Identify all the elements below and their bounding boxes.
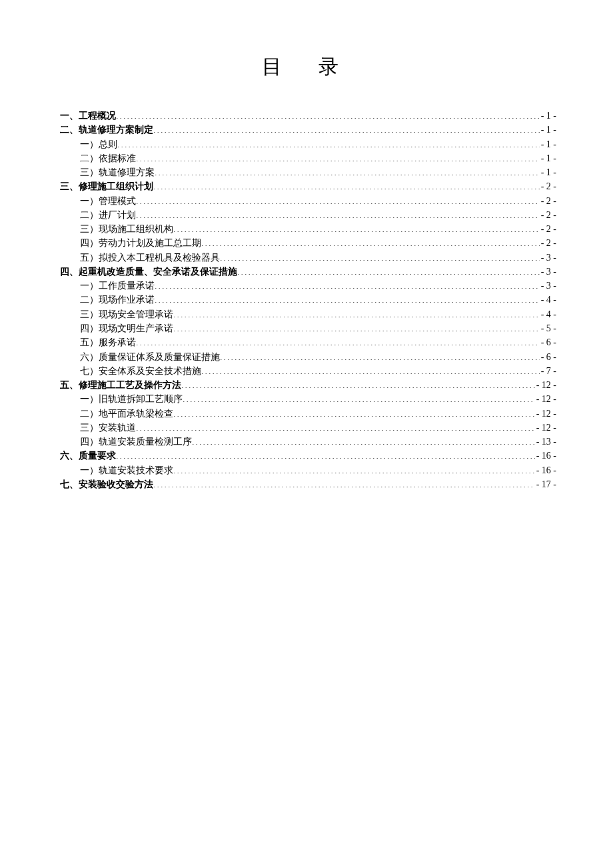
toc-entry-label: 三）轨道修理方案 bbox=[60, 165, 155, 179]
toc-entry-label: 六、质量要求 bbox=[60, 449, 116, 463]
toc-entry-page: - 4 - bbox=[540, 293, 556, 307]
toc-entry-label: 一）旧轨道拆卸工艺顺序 bbox=[60, 392, 183, 406]
toc-entry[interactable]: 五、修理施工工艺及操作方法- 12 - bbox=[60, 378, 556, 392]
toc-entry-page: - 2 - bbox=[540, 208, 556, 222]
toc-entry[interactable]: 三）安装轨道- 12 - bbox=[60, 421, 556, 435]
toc-leader-dots bbox=[117, 138, 540, 147]
toc-entry[interactable]: 四）轨道安装质量检测工序- 13 - bbox=[60, 435, 556, 449]
toc-entry-label: 七）安全体系及安全技术措施 bbox=[60, 364, 201, 378]
toc-entry-page: - 4 - bbox=[540, 307, 556, 321]
toc-entry-label: 六）质量保证体系及质量保证措施 bbox=[60, 350, 220, 364]
toc-entry-label: 五）服务承诺 bbox=[60, 335, 136, 349]
toc-leader-dots bbox=[116, 449, 535, 459]
toc-entry-page: - 17 - bbox=[535, 477, 556, 491]
toc-entry-label: 一）轨道安装技术要求 bbox=[60, 463, 173, 477]
toc-entry-label: 二、轨道修理方案制定 bbox=[60, 123, 153, 137]
toc-entry-page: - 2 - bbox=[540, 222, 556, 236]
toc-entry[interactable]: 一）总则- 1 - bbox=[60, 137, 556, 151]
toc-entry[interactable]: 五）服务承诺- 6 - bbox=[60, 335, 556, 349]
toc-entry-page: - 2 - bbox=[540, 236, 556, 250]
toc-entry-page: - 1 - bbox=[540, 123, 556, 137]
toc-entry-page: - 12 - bbox=[535, 392, 556, 406]
toc-entry[interactable]: 七）安全体系及安全技术措施- 7 - bbox=[60, 364, 556, 378]
toc-entry-page: - 1 - bbox=[540, 165, 556, 179]
toc-leader-dots bbox=[136, 209, 540, 218]
toc-title: 目 录 bbox=[60, 53, 556, 81]
toc-leader-dots bbox=[153, 478, 535, 487]
toc-entry[interactable]: 二）现场作业承诺- 4 - bbox=[60, 293, 556, 307]
toc-entry-page: - 12 - bbox=[535, 407, 556, 421]
toc-entry-label: 二）现场作业承诺 bbox=[60, 293, 155, 307]
toc-leader-dots bbox=[153, 180, 540, 189]
toc-leader-dots bbox=[136, 195, 540, 204]
toc-entry-page: - 12 - bbox=[535, 421, 556, 435]
toc-leader-dots bbox=[136, 152, 540, 161]
toc-entry-label: 二）地平面承轨梁检查 bbox=[60, 407, 173, 421]
toc-entry[interactable]: 二、轨道修理方案制定- 1 - bbox=[60, 123, 556, 137]
toc-entry-page: - 6 - bbox=[540, 350, 556, 364]
toc-entry-label: 二）进厂计划 bbox=[60, 208, 136, 222]
toc-entry-label: 四、起重机改造质量、安全承诺及保证措施 bbox=[60, 265, 237, 279]
toc-entry-page: - 3 - bbox=[540, 251, 556, 265]
toc-entry-page: - 16 - bbox=[535, 449, 556, 463]
toc-entry[interactable]: 三）现场施工组织机构- 2 - bbox=[60, 222, 556, 236]
toc-leader-dots bbox=[220, 351, 540, 360]
toc-entry[interactable]: 一）工作质量承诺- 3 - bbox=[60, 279, 556, 293]
toc-entry-page: - 3 - bbox=[540, 265, 556, 279]
toc-entry-label: 二）依据标准 bbox=[60, 151, 136, 165]
toc-entry-page: - 7 - bbox=[540, 364, 556, 378]
toc-entry[interactable]: 五）拟投入本工程机具及检验器具- 3 - bbox=[60, 251, 556, 265]
toc-entry-page: - 2 - bbox=[540, 179, 556, 193]
toc-leader-dots bbox=[173, 407, 535, 417]
toc-leader-dots bbox=[201, 365, 540, 374]
toc-entry-label: 一）管理模式 bbox=[60, 194, 136, 208]
toc-leader-dots bbox=[183, 393, 535, 402]
toc-leader-dots bbox=[220, 251, 540, 261]
toc-entry[interactable]: 二）进厂计划- 2 - bbox=[60, 208, 556, 222]
toc-entry[interactable]: 二）地平面承轨梁检查- 12 - bbox=[60, 407, 556, 421]
toc-entry-page: - 13 - bbox=[535, 435, 556, 449]
toc-entry[interactable]: 七、安装验收交验方法- 17 - bbox=[60, 477, 556, 491]
toc-leader-dots bbox=[155, 293, 540, 303]
toc-leader-dots bbox=[153, 123, 540, 133]
toc-entry-label: 三）现场安全管理承诺 bbox=[60, 307, 173, 321]
toc-leader-dots bbox=[173, 322, 540, 331]
toc-leader-dots bbox=[136, 421, 535, 431]
toc-leader-dots bbox=[192, 435, 535, 445]
toc-entry-page: - 3 - bbox=[540, 279, 556, 293]
toc-entry-page: - 1 - bbox=[540, 109, 556, 123]
toc-entry-label: 五）拟投入本工程机具及检验器具 bbox=[60, 251, 220, 265]
toc-entry-label: 一、工程概况 bbox=[60, 109, 116, 123]
toc-entry[interactable]: 三、修理施工组织计划- 2 - bbox=[60, 179, 556, 193]
toc-entry[interactable]: 六）质量保证体系及质量保证措施- 6 - bbox=[60, 350, 556, 364]
toc-entry[interactable]: 一）轨道安装技术要求- 16 - bbox=[60, 463, 556, 477]
toc-entry[interactable]: 二）依据标准- 1 - bbox=[60, 151, 556, 165]
toc-leader-dots bbox=[155, 279, 540, 289]
toc-entry-label: 一）工作质量承诺 bbox=[60, 279, 155, 293]
toc-entry[interactable]: 三）现场安全管理承诺- 4 - bbox=[60, 307, 556, 321]
toc-entry[interactable]: 一、工程概况- 1 - bbox=[60, 109, 556, 123]
toc-entry[interactable]: 四）现场文明生产承诺- 5 - bbox=[60, 321, 556, 335]
toc-entry[interactable]: 三）轨道修理方案- 1 - bbox=[60, 165, 556, 179]
toc-entry[interactable]: 一）管理模式- 2 - bbox=[60, 194, 556, 208]
toc-entry-page: - 2 - bbox=[540, 194, 556, 208]
toc-entry-label: 四）现场文明生产承诺 bbox=[60, 321, 173, 335]
toc-leader-dots bbox=[201, 237, 540, 246]
toc-leader-dots bbox=[155, 166, 540, 175]
toc-entry-label: 三）安装轨道 bbox=[60, 421, 136, 435]
toc-entry-label: 四）劳动力计划及施工总工期 bbox=[60, 236, 201, 250]
toc-list: 一、工程概况- 1 -二、轨道修理方案制定- 1 -一）总则- 1 -二）依据标… bbox=[60, 109, 556, 491]
toc-entry-label: 四）轨道安装质量检测工序 bbox=[60, 435, 192, 449]
toc-leader-dots bbox=[237, 265, 540, 275]
toc-entry[interactable]: 六、质量要求- 16 - bbox=[60, 449, 556, 463]
toc-entry-page: - 16 - bbox=[535, 463, 556, 477]
toc-entry-page: - 1 - bbox=[540, 137, 556, 151]
toc-leader-dots bbox=[136, 336, 540, 345]
toc-entry[interactable]: 四、起重机改造质量、安全承诺及保证措施- 3 - bbox=[60, 265, 556, 279]
toc-leader-dots bbox=[173, 308, 540, 317]
toc-entry-label: 三）现场施工组织机构 bbox=[60, 222, 173, 236]
toc-entry-label: 三、修理施工组织计划 bbox=[60, 179, 153, 193]
toc-entry-page: - 6 - bbox=[540, 335, 556, 349]
toc-entry[interactable]: 四）劳动力计划及施工总工期- 2 - bbox=[60, 236, 556, 250]
toc-entry[interactable]: 一）旧轨道拆卸工艺顺序- 12 - bbox=[60, 392, 556, 406]
